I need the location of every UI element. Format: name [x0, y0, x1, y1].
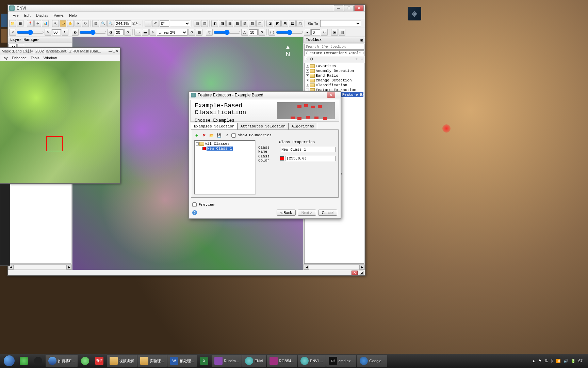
tool-j-icon[interactable]: ◪: [266, 20, 273, 27]
refresh4-icon[interactable]: ↻: [258, 29, 265, 36]
status-resize-icon[interactable]: ◢: [359, 271, 364, 275]
status-close-icon[interactable]: ✕: [352, 271, 358, 275]
contrast-input[interactable]: [115, 29, 124, 35]
tool-c-icon[interactable]: ◧: [211, 20, 218, 27]
tool-k-icon[interactable]: ◩: [274, 20, 281, 27]
taskbar-google[interactable]: Google...: [357, 355, 387, 367]
tray-flag-icon[interactable]: ⚑: [538, 359, 542, 363]
pan-icon[interactable]: ✋: [67, 20, 74, 27]
tool-l-icon[interactable]: ⬒: [281, 20, 288, 27]
zoom-pct-input[interactable]: [115, 20, 131, 27]
menu-edit[interactable]: Edit: [21, 13, 33, 18]
star-icon[interactable]: ★: [355, 57, 358, 61]
brightness-slider[interactable]: [17, 30, 44, 35]
sec-menu-enhance[interactable]: Enhance: [10, 55, 29, 61]
open-icon[interactable]: 📁: [9, 20, 16, 27]
extra-b-icon[interactable]: ▤: [339, 29, 345, 36]
close-button[interactable]: ✕: [354, 5, 364, 11]
sharpen-up-icon[interactable]: △: [241, 29, 248, 36]
show-boundaries-checkbox[interactable]: [231, 133, 236, 138]
zoom-box[interactable]: [46, 136, 63, 151]
pin-icon[interactable]: 📍: [27, 20, 34, 27]
data-manager-icon[interactable]: ▦: [17, 20, 23, 27]
main-titlebar[interactable]: ENVI — ☐ ✕: [8, 5, 365, 12]
refresh1-icon[interactable]: ↻: [62, 29, 68, 36]
tool-h-icon[interactable]: ▧: [249, 20, 256, 27]
sec-menu-window[interactable]: Window: [42, 55, 59, 61]
taskbar-envi[interactable]: ENVI: [242, 355, 266, 367]
delete-class-icon[interactable]: ✕: [201, 133, 207, 138]
refresh5-icon[interactable]: ↻: [321, 29, 328, 36]
toolbox-search-input[interactable]: [304, 44, 364, 50]
contrast-up-icon[interactable]: ◑: [107, 29, 114, 36]
trans-slider[interactable]: [276, 30, 303, 35]
tray-network-icon[interactable]: 📶: [556, 359, 561, 363]
zoom-fit-icon[interactable]: ⊡: [92, 20, 99, 27]
stretch-c-icon[interactable]: ◊: [149, 29, 156, 36]
zoom-in-icon[interactable]: 🔍: [107, 20, 114, 27]
sec-maximize-button[interactable]: ☐: [112, 49, 116, 53]
menu-file[interactable]: File: [10, 13, 21, 18]
trans-down-icon[interactable]: ◯: [268, 29, 275, 36]
taskbar-item[interactable]: RGB54...: [267, 355, 297, 367]
toolbox-breadcrumb[interactable]: /Feature Extraction/Example Based Fe: [304, 50, 364, 56]
minimize-button[interactable]: —: [334, 5, 343, 11]
tray-printer-icon[interactable]: 🖶: [544, 359, 548, 363]
tab-algorithms[interactable]: Algorithms: [289, 123, 317, 129]
tray-bluetooth-icon[interactable]: ᛒ: [551, 359, 553, 363]
add-class-icon[interactable]: +: [194, 133, 199, 138]
sec-menu-overlay[interactable]: ay: [2, 55, 10, 61]
star2-icon[interactable]: ☆: [360, 57, 364, 61]
class-color-input[interactable]: [285, 156, 336, 161]
tree-tool-icon[interactable]: ⚙: [310, 57, 313, 61]
taskbar-excel[interactable]: X: [197, 355, 211, 367]
menu-help[interactable]: Help: [66, 13, 80, 18]
taskbar-youdao[interactable]: 有道: [93, 355, 106, 367]
contrast-down-icon[interactable]: ◐: [72, 29, 79, 36]
stretch-select[interactable]: Linear 2%: [157, 29, 187, 36]
taskbar-item[interactable]: Runtim...: [212, 355, 242, 367]
taskbar-item[interactable]: 如何将E...: [46, 355, 78, 367]
toolbox-expand-icon[interactable]: ▣: [360, 38, 363, 42]
menu-views[interactable]: Views: [51, 13, 66, 18]
cancel-button[interactable]: Cancel: [318, 210, 337, 216]
trans-up-icon[interactable]: ●: [304, 29, 311, 36]
tab-examples-selection[interactable]: Examples Selection: [191, 123, 238, 129]
layer-hscroll[interactable]: ◀▶: [8, 264, 72, 270]
dialog-close-button[interactable]: ✕: [327, 92, 335, 98]
tray-volume-icon[interactable]: 🔊: [564, 359, 568, 363]
rotate-input[interactable]: [160, 20, 169, 27]
desktop-icon[interactable]: [1, 29, 7, 43]
secondary-viewport[interactable]: [0, 61, 120, 183]
histogram-icon[interactable]: 📊: [42, 20, 49, 27]
sec-menu-tools[interactable]: Tools: [29, 55, 42, 61]
crosshair-icon[interactable]: ✛: [34, 20, 41, 27]
save-class-icon[interactable]: 💾: [216, 133, 222, 138]
toolbox-hscroll[interactable]: ◀▶: [304, 264, 365, 270]
thumbnail-panel[interactable]: [0, 184, 10, 266]
brightness-up-icon[interactable]: ☀: [45, 29, 51, 36]
taskbar-envi2[interactable]: ENVI ...: [298, 355, 326, 367]
trans-input[interactable]: [311, 29, 320, 35]
brightness-input[interactable]: [52, 29, 61, 35]
tool-n-icon[interactable]: ◰: [296, 20, 303, 27]
tray-arrow-icon[interactable]: ▲: [532, 359, 536, 363]
sec-close-button[interactable]: ✕: [116, 49, 119, 53]
refresh2-icon[interactable]: ↻: [124, 29, 131, 36]
system-tray[interactable]: ▲ ⚑ 🖶 ᛒ 📶 🔊 🔋 67: [532, 359, 586, 363]
tool-a-icon[interactable]: ▤: [194, 20, 200, 27]
goto-select[interactable]: [320, 20, 361, 27]
taskbar-item[interactable]: 实验课...: [137, 355, 167, 367]
dialog-titlebar[interactable]: Feature Extraction - Example Based ✕: [189, 92, 341, 98]
rotate-select[interactable]: [170, 20, 190, 27]
open-class-icon[interactable]: 📂: [209, 133, 214, 138]
tool-m-icon[interactable]: ⬓: [289, 20, 296, 27]
tab-attributes-selection[interactable]: Attributes Selection: [238, 123, 289, 129]
stretch-b-icon[interactable]: ▬: [142, 29, 149, 36]
reset-rotate-icon[interactable]: ↕: [145, 20, 151, 27]
tree-all-classes[interactable]: - All Classes: [195, 141, 254, 146]
preview-checkbox[interactable]: [192, 202, 197, 207]
tool-e-icon[interactable]: ▦: [226, 20, 233, 27]
pointer-icon[interactable]: ↖: [52, 20, 59, 27]
secondary-titlebar[interactable]: Mask (Band 1:桂林_2002_landsat5.dat),G:ROI…: [0, 48, 120, 55]
